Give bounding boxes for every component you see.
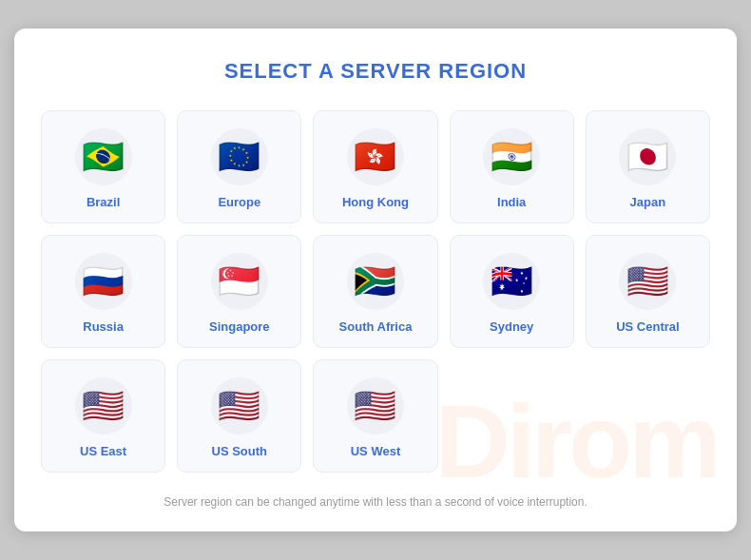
region-label-us-central: US Central <box>616 319 679 334</box>
server-region-modal: Dirom SELECT A SERVER REGION 🇧🇷 Brazil 🇪… <box>14 29 737 531</box>
flag-europe: 🇪🇺 <box>211 128 268 185</box>
region-label-russia: Russia <box>83 319 124 334</box>
region-grid-row3: 🇺🇸 US East 🇺🇸 US South 🇺🇸 US West <box>41 359 710 473</box>
region-card-japan[interactable]: 🇯🇵 Japan <box>586 110 710 223</box>
flag-japan: 🇯🇵 <box>619 128 676 185</box>
flag-us-central: 🇺🇸 <box>619 253 676 310</box>
footer-note: Server region can be changed anytime wit… <box>41 488 710 509</box>
region-card-europe[interactable]: 🇪🇺 Europe <box>177 110 301 223</box>
region-label-europe: Europe <box>218 195 260 209</box>
flag-south-africa: 🇿🇦 <box>347 253 404 310</box>
region-card-us-south[interactable]: 🇺🇸 US South <box>177 359 301 473</box>
flag-russia: 🇷🇺 <box>75 253 132 310</box>
region-label-us-south: US South <box>212 444 268 458</box>
region-card-south-africa[interactable]: 🇿🇦 South Africa <box>313 235 437 348</box>
flag-hong-kong: 🇭🇰 <box>347 128 404 185</box>
region-card-singapore[interactable]: 🇸🇬 Singapore <box>177 235 301 348</box>
region-label-us-west: US West <box>351 444 401 458</box>
flag-us-east: 🇺🇸 <box>75 377 132 434</box>
region-card-us-east[interactable]: 🇺🇸 US East <box>41 359 165 473</box>
region-label-south-africa: South Africa <box>339 319 413 334</box>
flag-sydney: 🇦🇺 <box>483 253 540 310</box>
flag-singapore: 🇸🇬 <box>211 253 268 310</box>
region-grid-row2: 🇷🇺 Russia 🇸🇬 Singapore 🇿🇦 South Africa 🇦… <box>41 235 710 348</box>
region-card-us-central[interactable]: 🇺🇸 US Central <box>586 235 710 348</box>
region-label-singapore: Singapore <box>209 319 270 334</box>
region-card-us-west[interactable]: 🇺🇸 US West <box>313 359 437 473</box>
region-card-brazil[interactable]: 🇧🇷 Brazil <box>41 110 165 223</box>
region-label-brazil: Brazil <box>87 195 120 209</box>
region-label-us-east: US East <box>80 444 126 458</box>
region-label-sydney: Sydney <box>490 319 533 334</box>
flag-us-south: 🇺🇸 <box>211 377 268 434</box>
region-card-sydney[interactable]: 🇦🇺 Sydney <box>450 235 574 348</box>
region-grid-row1: 🇧🇷 Brazil 🇪🇺 Europe 🇭🇰 Hong Kong 🇮🇳 Indi… <box>41 110 710 223</box>
region-label-hong-kong: Hong Kong <box>342 195 409 209</box>
flag-brazil: 🇧🇷 <box>75 128 132 185</box>
region-card-russia[interactable]: 🇷🇺 Russia <box>41 235 165 348</box>
flag-india: 🇮🇳 <box>483 128 540 185</box>
flag-us-west: 🇺🇸 <box>347 377 404 434</box>
region-label-india: India <box>497 195 526 209</box>
region-card-india[interactable]: 🇮🇳 India <box>450 110 574 223</box>
page-title: SELECT A SERVER REGION <box>41 59 710 84</box>
region-card-hong-kong[interactable]: 🇭🇰 Hong Kong <box>313 110 437 223</box>
region-label-japan: Japan <box>630 195 666 209</box>
